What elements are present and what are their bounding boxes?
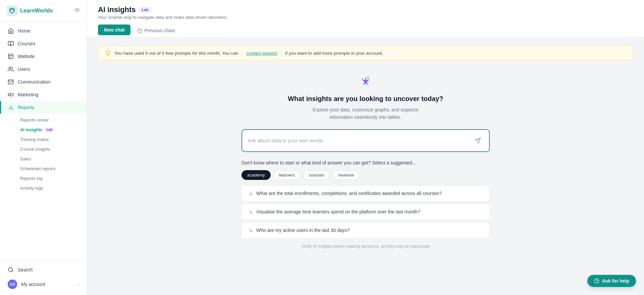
sub-nav-ai-insights[interactable]: AI insights Lab — [17, 125, 87, 135]
lightbulb-icon — [105, 50, 111, 56]
center-title: What insights are you looking to uncover… — [288, 95, 443, 103]
main-nav: Home Courses Website Users Communication… — [0, 22, 87, 260]
sub-nav-ai-insights-label: AI insights — [20, 127, 42, 132]
sub-nav-reports-log-label: Reports log — [20, 176, 42, 181]
reports-sub-nav: Reports center AI insights Lab Training … — [0, 114, 87, 194]
svg-marker-6 — [8, 93, 11, 97]
sidebar: LearnWorlds Home Courses Website Users C… — [0, 0, 87, 295]
sub-nav-course-insights[interactable]: Course insights — [17, 144, 87, 154]
sidebar-item-website[interactable]: Website — [0, 50, 87, 63]
sidebar-bottom: Search J@ My account ··· — [0, 260, 87, 295]
courses-icon — [8, 41, 14, 47]
sidebar-item-users-label: Users — [18, 66, 30, 72]
suggestion-text-3: Who are my active users in the last 30 d… — [256, 228, 350, 233]
users-icon — [8, 66, 14, 72]
sub-nav-training-matrix-label: Training matrix — [20, 137, 49, 142]
search-icon — [8, 267, 14, 273]
suggestion-text-2: Visualise the average time learners spen… — [256, 209, 420, 214]
page-header: AI insights Lab Your smarter way to navi… — [87, 0, 644, 38]
tag-revenue[interactable]: revenue — [332, 170, 360, 180]
previous-chats-label: Previous chats — [144, 28, 175, 33]
ask-help-label: Ask for help — [602, 278, 629, 284]
sidebar-item-communication-label: Communication — [18, 79, 50, 85]
tag-learners[interactable]: learners — [273, 170, 301, 180]
send-button[interactable] — [472, 135, 484, 147]
sub-nav-sales[interactable]: Sales — [17, 154, 87, 164]
svg-line-11 — [12, 271, 13, 272]
sidebar-item-home[interactable]: Home — [0, 24, 87, 37]
suggestion-item-1[interactable]: ↳ What are the total enrollments, comple… — [241, 185, 490, 202]
reports-icon — [8, 104, 14, 110]
sidebar-item-marketing-label: Marketing — [18, 92, 38, 97]
lab-badge: Lab — [44, 128, 54, 132]
suggestion-items: ↳ What are the total enrollments, comple… — [241, 185, 490, 239]
sidebar-item-reports-label: Reports — [18, 105, 34, 110]
sub-nav-scheduled-reports[interactable]: Scheduled reports — [17, 164, 87, 174]
svg-point-14 — [362, 78, 363, 80]
sub-nav-scheduled-reports-label: Scheduled reports — [20, 166, 56, 171]
ask-help-button[interactable]: Ask for help — [587, 275, 636, 287]
svg-rect-2 — [8, 54, 13, 59]
chat-input-wrapper — [241, 129, 490, 152]
svg-point-5 — [9, 67, 11, 69]
new-chat-tab[interactable]: New chat — [98, 24, 130, 35]
contact-support-link[interactable]: contact support — [246, 51, 277, 56]
sidebar-item-communication[interactable]: Communication — [0, 76, 87, 88]
header-lab-badge: Lab — [139, 7, 151, 12]
sidebar-item-courses[interactable]: Courses — [0, 37, 87, 50]
tag-courses[interactable]: courses — [303, 170, 330, 180]
sub-nav-reports-center[interactable]: Reports center — [17, 115, 87, 125]
help-icon — [594, 278, 599, 284]
clock-icon — [137, 28, 142, 33]
sidebar-item-my-account[interactable]: J@ My account ··· — [0, 276, 87, 292]
sub-nav-activity-logs-label: Activity logs — [20, 186, 43, 191]
sidebar-item-users[interactable]: Users — [0, 63, 87, 76]
alert-text-before: You have used 0 out of 0 free prompts fo… — [114, 51, 238, 56]
page-title-row: AI insights Lab — [98, 5, 633, 14]
sub-nav-training-matrix[interactable]: Training matrix — [17, 135, 87, 144]
send-icon — [474, 137, 481, 144]
sidebar-item-reports[interactable]: Reports — [0, 101, 87, 114]
sidebar-item-search[interactable]: Search — [0, 263, 87, 276]
arrow-icon-2: ↳ — [249, 209, 253, 215]
tag-academy[interactable]: academy — [241, 170, 271, 180]
arrow-icon-1: ↳ — [249, 190, 253, 197]
suggestion-item-3[interactable]: ↳ Who are my active users in the last 30… — [241, 222, 490, 239]
sub-nav-course-insights-label: Course insights — [20, 147, 50, 152]
sidebar-item-home-label: Home — [18, 28, 30, 34]
svg-point-1 — [76, 9, 78, 11]
sidebar-item-marketing[interactable]: Marketing — [0, 88, 87, 101]
website-icon — [8, 53, 14, 59]
content-area: You have used 0 out of 0 free prompts fo… — [87, 38, 644, 295]
avatar: J@ — [8, 280, 17, 289]
marketing-icon — [8, 92, 14, 98]
alert-text-after: if you want to add more prompts in your … — [285, 51, 383, 56]
sub-nav-activity-logs[interactable]: Activity logs — [17, 183, 87, 193]
logo-text: LearnWorlds — [20, 8, 53, 14]
suggestion-label: Don't know where to start or what kind o… — [241, 160, 490, 165]
main-content: AI insights Lab Your smarter way to navi… — [87, 0, 644, 295]
previous-chats-tab[interactable]: Previous chats — [130, 24, 182, 37]
chat-input[interactable] — [248, 138, 468, 143]
footer-note: Verify AI insights before making decisio… — [241, 244, 490, 249]
eye-icon[interactable] — [74, 7, 80, 14]
suggestion-tags: academy learners courses revenue — [241, 170, 490, 180]
page-title: AI insights — [98, 5, 136, 14]
sidebar-logo: LearnWorlds — [0, 0, 87, 22]
suggestion-text-1: What are the total enrollments, completi… — [256, 191, 442, 196]
sub-nav-reports-log[interactable]: Reports log — [17, 174, 87, 183]
sidebar-item-search-label: Search — [18, 267, 33, 273]
home-icon — [8, 28, 14, 34]
center-content: What insights are you looking to uncover… — [98, 68, 633, 259]
sub-nav-reports-center-label: Reports center — [20, 117, 49, 122]
sidebar-item-website-label: Website — [18, 54, 35, 59]
suggestion-item-2[interactable]: ↳ Visualise the average time learners sp… — [241, 204, 490, 220]
communication-icon — [8, 79, 14, 85]
svg-point-13 — [367, 77, 369, 79]
sidebar-item-my-account-label: My account — [21, 282, 45, 287]
header-tabs: New chat Previous chats — [98, 24, 633, 37]
alert-banner: You have used 0 out of 0 free prompts fo… — [98, 46, 633, 60]
more-options-icon[interactable]: ··· — [76, 282, 80, 287]
learnworlds-logo-icon — [7, 5, 17, 16]
sub-nav-sales-label: Sales — [20, 156, 31, 161]
